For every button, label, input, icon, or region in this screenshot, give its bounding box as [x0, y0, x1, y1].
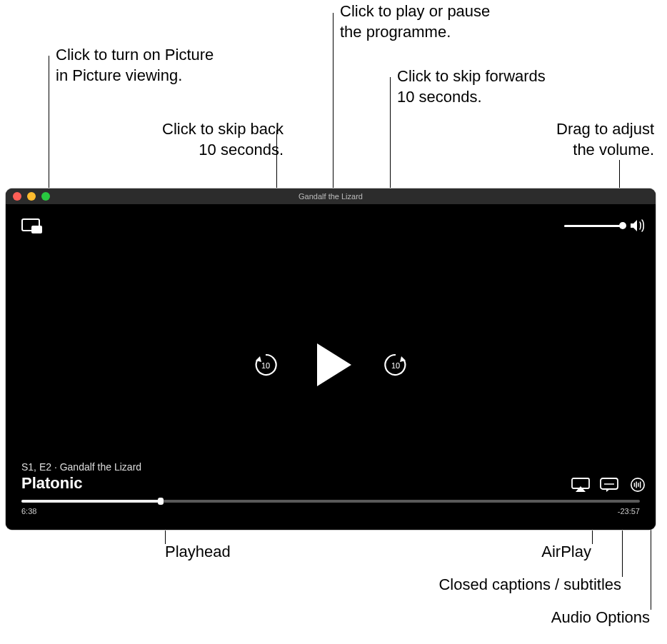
window-titlebar: Gandalf the Lizard	[6, 188, 656, 204]
playhead-thumb[interactable]	[158, 498, 164, 505]
skip-forward-amount: 10	[391, 361, 400, 370]
callout-skip-back: Click to skip back10 seconds.	[94, 119, 284, 160]
progress-fill	[21, 500, 161, 503]
callout-pip: Click to turn on Picturein Picture viewi…	[56, 45, 214, 86]
window-title: Gandalf the Lizard	[6, 192, 656, 201]
skip-back-amount: 10	[261, 361, 270, 370]
window-close-button[interactable]	[13, 192, 21, 201]
volume-slider-track[interactable]	[564, 225, 623, 227]
skip-forward-10-button[interactable]: 10	[381, 351, 410, 379]
volume-slider-fill	[564, 225, 623, 227]
remaining-time: -23:57	[618, 507, 640, 515]
callout-play-pause: Click to play or pausethe programme.	[340, 1, 490, 42]
volume-control[interactable]	[564, 217, 646, 234]
audio-options-icon	[630, 477, 646, 493]
callout-volume: Drag to adjustthe volume.	[496, 119, 654, 160]
show-title: Platonic	[21, 474, 141, 493]
progress-scrubber[interactable]	[21, 500, 640, 503]
picture-in-picture-button[interactable]	[21, 217, 43, 234]
pip-icon	[21, 217, 43, 234]
subtitles-button[interactable]	[598, 477, 620, 493]
audio-options-button[interactable]	[627, 477, 648, 493]
window-minimize-button[interactable]	[27, 192, 36, 201]
callout-audio-options: Audio Options	[443, 608, 650, 628]
svg-point-5	[631, 478, 644, 491]
volume-slider-thumb[interactable]	[619, 222, 626, 229]
window-fullscreen-button[interactable]	[41, 192, 50, 201]
subtitles-icon	[600, 478, 618, 492]
callout-captions: Closed captions / subtitles	[364, 575, 621, 595]
play-pause-button[interactable]	[317, 343, 351, 386]
callout-airplay: AirPlay	[427, 542, 591, 563]
airplay-button[interactable]	[570, 477, 591, 493]
skip-back-10-button[interactable]: 10	[251, 351, 280, 379]
airplay-icon	[571, 478, 590, 492]
svg-rect-1	[31, 226, 42, 233]
callout-playhead: Playhead	[165, 542, 231, 563]
episode-info: S1, E2 · Gandalf the Lizard	[21, 461, 141, 473]
video-player-window: Gandalf the Lizard	[6, 188, 656, 530]
speaker-icon	[628, 217, 646, 234]
callout-skip-forward: Click to skip forwards10 seconds.	[397, 66, 546, 107]
video-area: 10 10 S1, E2 · Gandalf the Lizard Platon…	[6, 204, 656, 530]
elapsed-time: 6:38	[21, 507, 36, 515]
